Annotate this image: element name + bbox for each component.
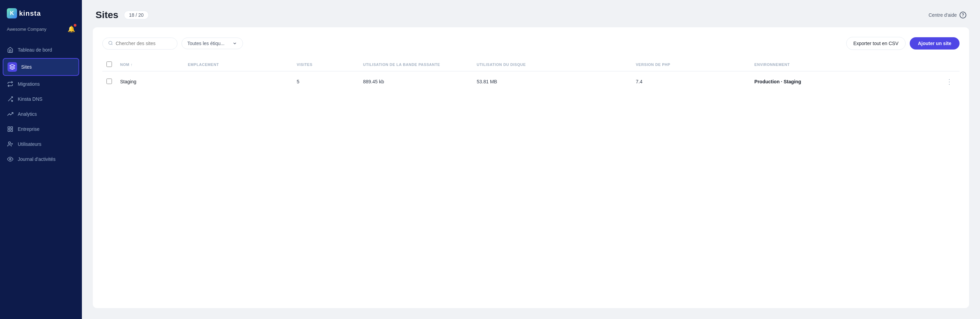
export-csv-button[interactable]: Exporter tout en CSV: [846, 37, 905, 50]
sidebar-nav: Tableau de bord Sites Mig: [0, 40, 82, 319]
sidebar-item-migrations[interactable]: Migrations: [0, 77, 82, 91]
sidebar-item-label: Entreprise: [18, 126, 40, 132]
sidebar-item-journal[interactable]: Journal d'activités: [0, 152, 82, 167]
row-emplacement: [184, 72, 293, 92]
toolbar: Toutes les étiqu... Exporter tout en CSV…: [102, 37, 959, 50]
sidebar-item-label: Sites: [21, 64, 32, 70]
sidebar-item-label: Tableau de bord: [18, 47, 52, 53]
header-emplacement: EMPLACEMENT: [184, 58, 293, 72]
filter-label: Toutes les étiqu...: [187, 41, 224, 46]
sites-table: NOM ↑ EMPLACEMENT VISITES UTILISATION DE…: [102, 58, 959, 92]
sidebar-item-analytics[interactable]: Analytics: [0, 107, 82, 121]
header-left: Sites 18 / 20: [95, 10, 149, 21]
search-input[interactable]: [116, 41, 172, 46]
search-icon: [108, 41, 113, 46]
select-all-checkbox[interactable]: [107, 61, 112, 67]
sidebar-item-label: Migrations: [18, 81, 40, 87]
company-name: Awesome Company: [7, 27, 46, 32]
layers-icon: [8, 62, 17, 72]
row-actions-cell: ⋮: [902, 72, 959, 92]
page-title: Sites: [95, 10, 118, 21]
sidebar-item-label: Journal d'activités: [18, 156, 56, 162]
sidebar-item-label: Analytics: [18, 111, 37, 117]
row-bande-passante: 889.45 kb: [359, 72, 473, 92]
header-bande-passante: UTILISATION DE LA BANDE PASSANTE: [359, 58, 473, 72]
row-visites: 5: [293, 72, 359, 92]
row-checkbox[interactable]: [107, 78, 112, 84]
table-body: Staging 5 889.45 kb 53.81 MB: [102, 72, 959, 92]
header-disque: UTILISATION DU DISQUE: [473, 58, 632, 72]
svg-point-11: [109, 41, 112, 44]
search-box[interactable]: [102, 38, 177, 49]
sidebar-item-tableau-de-bord[interactable]: Tableau de bord: [0, 42, 82, 57]
sidebar-item-label: Utilisateurs: [18, 141, 41, 147]
row-actions-menu-button[interactable]: ⋮: [943, 77, 955, 87]
svg-line-12: [111, 44, 113, 45]
row-checkbox-cell: [102, 72, 116, 92]
sidebar-item-utilisateurs[interactable]: Utilisateurs: [0, 137, 82, 152]
help-icon[interactable]: ?: [959, 12, 966, 18]
row-disque: 53.81 MB: [473, 72, 632, 92]
sidebar-item-entreprise[interactable]: Entreprise: [0, 121, 82, 137]
page-header: Sites 18 / 20 Centre d'aide ?: [82, 0, 980, 27]
chevron-down-icon: [232, 41, 237, 46]
entreprise-icon: [7, 126, 14, 132]
notification-badge: [74, 24, 76, 27]
svg-marker-0: [10, 65, 15, 67]
logo-area: K kinsta: [0, 0, 82, 24]
sidebar-item-label: Kinsta DNS: [18, 96, 42, 102]
header-visites: VISITES: [293, 58, 359, 72]
sidebar-item-sites[interactable]: Sites: [3, 58, 79, 76]
migrations-icon: [7, 81, 14, 88]
row-php: 7.4: [632, 72, 750, 92]
main-content: Sites 18 / 20 Centre d'aide ? Toutes les…: [82, 0, 980, 319]
company-row: Awesome Company 🔔: [0, 24, 82, 40]
users-icon: [7, 141, 14, 148]
header-actions: [902, 58, 959, 72]
dns-icon: [7, 96, 14, 102]
sidebar-item-kinsta-dns[interactable]: Kinsta DNS: [0, 91, 82, 107]
svg-rect-5: [11, 130, 13, 131]
sidebar: K kinsta Awesome Company 🔔 Tableau de bo…: [0, 0, 82, 319]
header-php: VERSION DE PHP: [632, 58, 750, 72]
content-area: Toutes les étiqu... Exporter tout en CSV…: [93, 27, 969, 308]
row-environnement: Production · Staging: [750, 72, 903, 92]
home-icon: [7, 46, 14, 53]
kinsta-logo: K kinsta: [7, 8, 41, 18]
header-environnement: ENVIRONNEMENT: [750, 58, 903, 72]
svg-rect-4: [11, 127, 13, 128]
kinsta-wordmark-text: kinsta: [19, 10, 41, 18]
header-checkbox-col: [102, 58, 116, 72]
site-count-badge: 18 / 20: [124, 11, 149, 19]
eye-icon: [7, 156, 14, 163]
svg-point-7: [8, 142, 11, 144]
header-nom: NOM ↑: [116, 58, 184, 72]
table-row: Staging 5 889.45 kb 53.81 MB: [102, 72, 959, 92]
analytics-icon: [7, 111, 14, 118]
table-header: NOM ↑ EMPLACEMENT VISITES UTILISATION DE…: [102, 58, 959, 72]
header-right[interactable]: Centre d'aide ?: [929, 12, 966, 18]
svg-rect-3: [8, 127, 10, 128]
help-link-label[interactable]: Centre d'aide: [929, 12, 957, 18]
filter-dropdown[interactable]: Toutes les étiqu...: [181, 38, 243, 49]
svg-point-10: [10, 158, 11, 160]
svg-rect-6: [8, 130, 10, 131]
add-site-button[interactable]: Ajouter un site: [910, 37, 959, 49]
kinsta-k-icon: K: [7, 8, 17, 18]
row-nom: Staging: [116, 72, 184, 92]
notification-bell[interactable]: 🔔: [68, 25, 75, 33]
